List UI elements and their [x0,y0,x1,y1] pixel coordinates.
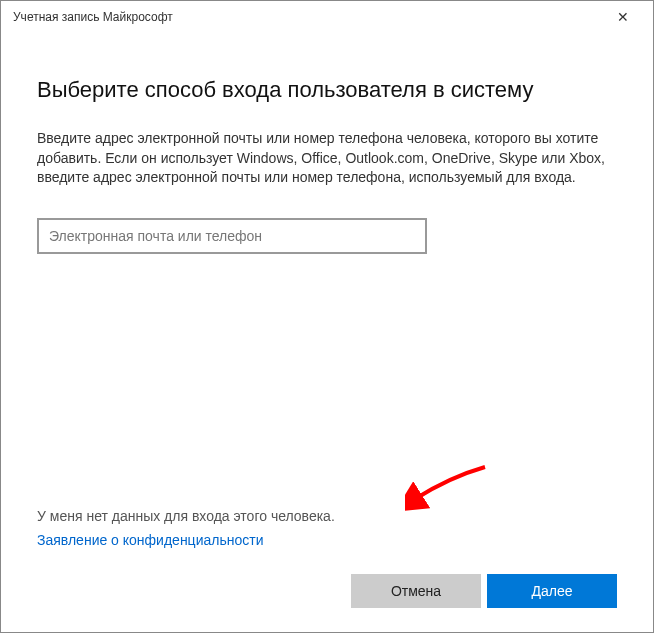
button-row: Отмена Далее [37,574,617,612]
dialog-window: Учетная запись Майкрософт ✕ Выберите спо… [0,0,654,633]
description-text: Введите адрес электронной почты или номе… [37,129,617,188]
window-title: Учетная запись Майкрософт [9,10,600,24]
email-phone-input[interactable] [37,218,427,254]
close-icon: ✕ [617,9,629,25]
titlebar: Учетная запись Майкрософт ✕ [1,1,653,33]
cancel-button[interactable]: Отмена [351,574,481,608]
no-signin-info-link[interactable]: У меня нет данных для входа этого челове… [37,508,617,524]
content-area: Выберите способ входа пользователя в сис… [1,33,653,632]
spacer [37,254,617,508]
privacy-statement-link[interactable]: Заявление о конфиденциальности [37,532,617,548]
page-heading: Выберите способ входа пользователя в сис… [37,77,617,103]
next-button[interactable]: Далее [487,574,617,608]
close-button[interactable]: ✕ [600,2,645,32]
